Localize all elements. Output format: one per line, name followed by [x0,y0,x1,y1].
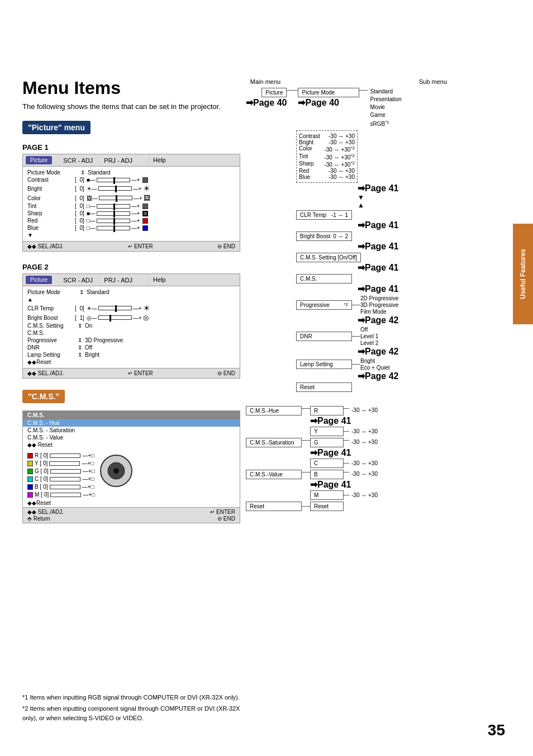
menu-row-sharp: Sharp [ 0] ■— —+ [27,210,235,217]
cms-item-saturation[interactable]: C.M.S. - Saturation [23,427,240,434]
cms-val-row: C.M.S.-Value B -30 ↔ +30 [246,470,508,479]
tab2-picture[interactable]: Picture [26,276,52,284]
dnr-page: ➡Page 42 [358,346,508,357]
sub-menu-label: Sub menu [358,78,508,85]
sharp-box: Sharp-30 ↔ +30*2 [299,160,355,168]
cms-setting-row: C.M.S. Setting [On/Off] [246,253,508,262]
bright-boost-row: Bright Boost0 ↔ 2 [246,231,508,241]
menu-row-red: Red [ 0] □— —+ [27,217,235,224]
footnotes: *1 Items when inputting RGB signal throu… [22,693,246,723]
picture-page-ref: ➡Page 40 [246,97,287,108]
cms-hue-row: C.M.S.-Hue R -30 ↔ +30 [246,406,508,415]
page2-label: PAGE 2 [22,263,240,271]
menu-row-bright: Bright [ 0] ☀— —+ ☀ [27,183,235,193]
contrast-box: Contrast-30 ↔ +30 [299,133,355,139]
cms-footer-reset: ◆◆Reset [27,500,235,506]
page2-progressive: Progressive ⇕ 3D Progressive [27,337,235,344]
picture-mode-box: Picture Mode [298,88,359,97]
bright-box: Bright-30 ↔ +30 [299,139,355,145]
menu-row-down-arrow: ▼ [27,231,235,239]
cms-hue-box: C.M.S.-Hue [246,406,302,415]
page2-menu-box: Picture SCR - ADJ PRJ - ADJ ❔ Help Pictu… [22,273,240,379]
clr-temp-row: CLR Temp-1 ↔ 1 [246,210,508,220]
b-range: -30 ↔ +30 [349,470,380,478]
adjustments-section: Contrast-30 ↔ +30 Bright-30 ↔ +30 Color-… [246,130,508,183]
page1-footer: ◆◆ SEL./ADJ. ↵ ENTER ⊖ END [23,241,240,251]
page2-picture-mode: Picture Mode ⇕ Standard [27,289,235,296]
subtitle: The following shows the items that can b… [22,102,240,111]
page2-cms-setting: C.M.S. Setting ⇕ On [27,322,235,329]
tab2-scr-adj[interactable]: SCR - ADJ [63,277,93,284]
page1-label: PAGE 1 [22,143,240,152]
page1-menu-box: Picture SCR - ADJ PRJ - ADJ ❔ Help Pictu… [22,154,240,252]
page2-cms: C.M.S. [27,329,235,337]
cms-menu-box: C.M.S. C.M.S. - Hue C.M.S. - Saturation … [22,410,240,523]
adj-page-ref: ➡Page 41 [358,183,508,193]
g-range: -30 ↔ +30 [349,438,380,446]
tab-picture[interactable]: Picture [26,156,52,164]
cms-menu-title: C.M.S. [23,411,240,419]
page2-footer: ◆◆ SEL./ADJ. ↵ ENTER ⊖ END [23,368,240,378]
page-title: Menu Items [22,78,240,98]
tab-prj-adj[interactable]: PRJ - ADJ [104,157,132,164]
page2-bright-boost: Bright Boost [ 1] ◎— —+ ◎ [27,313,235,322]
cms-val-box: C.M.S.-Value [246,470,302,479]
footnote2: *2 Items when inputting component signal… [22,704,246,722]
picture-tree-row: Picture ➡Page 40 Picture Mode ➡Page 40 S… [246,88,508,127]
bright-boost-page: ➡Page 41 [358,241,508,252]
cms-val-page: ➡Page 41 [310,479,508,490]
y-row: Y -30 ↔ +30 [310,427,508,436]
left-column: Menu Items The following shows the items… [22,78,240,523]
picture-mode-sub: Standard Presentation Movie Game sRGB*1 [368,88,403,127]
reset-box-right: Reset [310,502,344,511]
page2-clr-temp: CLR Temp [ 0] ☀— —+ ☀ [27,303,235,313]
cms-footer: ◆◆ SEL./ADJ. ⬘ Return ↵ ENTER ⊖ END [23,507,240,523]
reset-row2: Reset Reset [246,502,508,511]
progressive-page: ➡Page 42 [358,315,508,325]
cms-setting-page: ➡Page 41 [358,262,508,273]
picture-mode-page: ➡Page 40 [298,97,359,108]
footnote1: *1 Items when inputting RGB signal throu… [22,693,246,702]
page-number: 35 [488,721,505,739]
tab-help[interactable]: ❔ Help [144,157,166,164]
picture-box: Picture [261,88,287,97]
lamp-row: Lamp Setting Bright Eco + Quiet [246,358,508,371]
menu-row-contrast: Contrast [ 0] ■— —+ [27,176,235,183]
cms-hue-page: ➡Page 41 [310,415,508,426]
g-box: G [310,438,344,447]
dnr-row: DNR Off Level 1 Level 2 [246,327,508,346]
r-range: -30 ↔ +30 [349,406,380,414]
down-up-arrows: ▼▲ [358,193,508,209]
tab2-prj-adj[interactable]: PRJ - ADJ [104,277,132,284]
reset-box-left: Reset [246,502,302,511]
c-row: C -30 ↔ +30 [310,459,508,468]
cms-menu-header: "C.M.S." [22,390,65,403]
tab2-help[interactable]: ❔ Help [144,276,166,284]
cms-sat-row: C.M.S.-Saturation G -30 ↔ +30 [246,438,508,447]
cms-item-hue[interactable]: C.M.S. - Hue [23,419,240,427]
b-box: B [310,470,344,479]
page2-dnr: DNR ⇕ Off [27,344,235,351]
clr-temp-page: ➡Page 41 [358,220,508,230]
cms-circle-graphic [99,454,133,489]
main-menu-label: Main menu [246,78,285,85]
cms-sat-page: ➡Page 41 [310,447,508,458]
lamp-page: ➡Page 42 [358,371,508,381]
red-box: Red-30 ↔ +30 [299,168,355,174]
picture-menu-header: "Picture" menu [22,121,91,134]
r-box: R [310,406,344,415]
reset-row: Reset [246,382,508,392]
blue-box: Blue-30 ↔ +30 [299,174,355,180]
page2-up-arrow: ▲ [27,296,235,303]
right-column: Main menu Sub menu Picture ➡Page 40 Pict… [246,78,508,511]
color-box: Color-30 ↔ +30*2 [299,145,355,153]
cms-color-sliders: R [0] —+□ Y [0] —+□ G [0] —+□ [27,452,95,498]
cms-reset[interactable]: ◆◆ Reset [23,441,240,448]
tab-scr-adj[interactable]: SCR - ADJ [63,157,93,164]
svg-point-2 [113,468,119,474]
cms-page: ➡Page 41 [358,284,508,294]
page2-reset: ◆◆Reset [27,358,235,366]
cms-item-value[interactable]: C.M.S. - Value [23,434,240,441]
cms-row: C.M.S. [246,274,508,284]
menu-row-tint: Tint [ 0] □— —+ [27,202,235,210]
